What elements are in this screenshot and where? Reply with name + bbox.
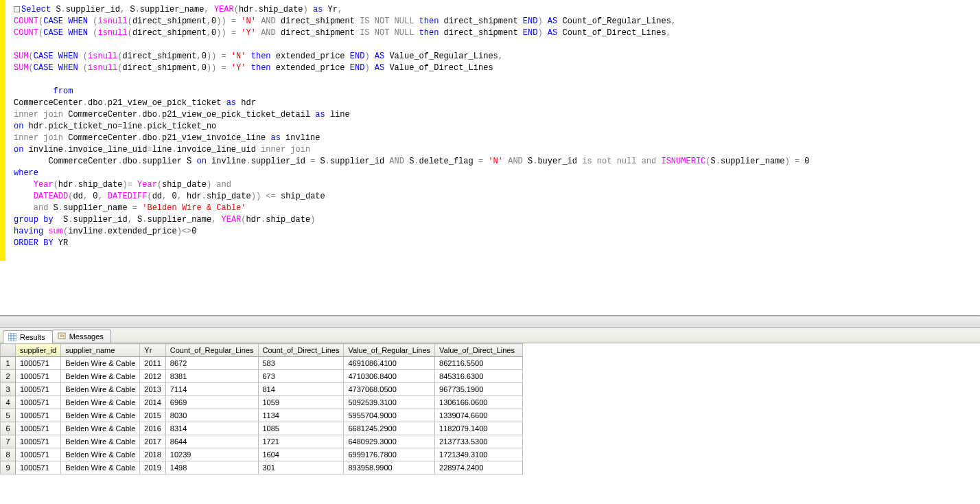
- row-number[interactable]: 6: [1, 422, 16, 435]
- cell[interactable]: 583: [258, 357, 344, 370]
- cell[interactable]: 2014: [140, 396, 165, 409]
- cell[interactable]: 845316.6300: [435, 370, 523, 383]
- cell[interactable]: 4710306.8400: [344, 370, 435, 383]
- cell[interactable]: 1604: [258, 448, 344, 461]
- cell[interactable]: 1000571: [16, 435, 61, 448]
- table-row[interactable]: 91000571Belden Wire & Cable2019149830189…: [1, 461, 523, 474]
- cell[interactable]: Belden Wire & Cable: [61, 383, 140, 396]
- cell[interactable]: Belden Wire & Cable: [61, 357, 140, 370]
- cell[interactable]: 673: [258, 370, 344, 383]
- cell[interactable]: 5092539.3100: [344, 396, 435, 409]
- cell[interactable]: 301: [258, 461, 344, 474]
- cell[interactable]: 6681245.2900: [344, 422, 435, 435]
- row-number[interactable]: 4: [1, 396, 16, 409]
- row-number[interactable]: 2: [1, 370, 16, 383]
- cell[interactable]: 2013: [140, 383, 165, 396]
- tab-results-label: Results: [20, 333, 45, 341]
- cell[interactable]: Belden Wire & Cable: [61, 409, 140, 422]
- cell[interactable]: 2137733.5300: [435, 435, 523, 448]
- cell[interactable]: 1134: [258, 409, 344, 422]
- row-number[interactable]: 1: [1, 357, 16, 370]
- row-number[interactable]: 3: [1, 383, 16, 396]
- cell[interactable]: 1000571: [16, 370, 61, 383]
- corner-cell[interactable]: [1, 344, 16, 357]
- sql-editor[interactable]: -Select S.supplier_id, S.supplier_name, …: [0, 0, 980, 316]
- row-number[interactable]: 7: [1, 435, 16, 448]
- col-header[interactable]: Yr: [140, 344, 165, 357]
- cell[interactable]: Belden Wire & Cable: [61, 396, 140, 409]
- table-row[interactable]: 31000571Belden Wire & Cable2013711481447…: [1, 383, 523, 396]
- cell[interactable]: 862116.5500: [435, 357, 523, 370]
- col-header[interactable]: Value_of_Direct_Lines: [435, 344, 523, 357]
- cell[interactable]: 1000571: [16, 409, 61, 422]
- cell[interactable]: 1339074.6600: [435, 409, 523, 422]
- cell[interactable]: 967735.1900: [435, 383, 523, 396]
- cell[interactable]: 6969: [165, 396, 258, 409]
- cell[interactable]: 1000571: [16, 383, 61, 396]
- cell[interactable]: 1059: [258, 396, 344, 409]
- table-row[interactable]: 11000571Belden Wire & Cable2011867258346…: [1, 357, 523, 370]
- cell[interactable]: 1000571: [16, 422, 61, 435]
- collapse-toggle[interactable]: -: [14, 6, 20, 12]
- cell[interactable]: 1182079.1400: [435, 422, 523, 435]
- cell[interactable]: 2018: [140, 448, 165, 461]
- col-header[interactable]: Value_of_Regular_Lines: [344, 344, 435, 357]
- cell[interactable]: 1000571: [16, 396, 61, 409]
- cell[interactable]: 7114: [165, 383, 258, 396]
- cell[interactable]: 2019: [140, 461, 165, 474]
- cell[interactable]: 1000571: [16, 448, 61, 461]
- row-number[interactable]: 8: [1, 448, 16, 461]
- cell[interactable]: 1000571: [16, 357, 61, 370]
- cell[interactable]: 1085: [258, 422, 344, 435]
- tab-messages-label: Messages: [69, 332, 104, 341]
- cell[interactable]: Belden Wire & Cable: [61, 435, 140, 448]
- code-area[interactable]: -Select S.supplier_id, S.supplier_name, …: [0, 0, 980, 253]
- cell[interactable]: 1498: [165, 461, 258, 474]
- table-row[interactable]: 71000571Belden Wire & Cable2017864417216…: [1, 435, 523, 448]
- table-row[interactable]: 61000571Belden Wire & Cable2016831410856…: [1, 422, 523, 435]
- cell[interactable]: Belden Wire & Cable: [61, 370, 140, 383]
- cell[interactable]: 8381: [165, 370, 258, 383]
- cell[interactable]: 5955704.9000: [344, 409, 435, 422]
- cell[interactable]: 2016: [140, 422, 165, 435]
- col-header[interactable]: Count_of_Direct_Lines: [258, 344, 344, 357]
- table-row[interactable]: 51000571Belden Wire & Cable2015803011345…: [1, 409, 523, 422]
- cell[interactable]: 2012: [140, 370, 165, 383]
- horizontal-scrollbar[interactable]: [0, 316, 980, 328]
- results-grid[interactable]: supplier_idsupplier_nameYrCount_of_Regul…: [0, 343, 980, 474]
- svg-rect-0: [8, 333, 16, 341]
- messages-icon: [57, 332, 67, 341]
- cell[interactable]: Belden Wire & Cable: [61, 448, 140, 461]
- cell[interactable]: 1000571: [16, 461, 61, 474]
- cell[interactable]: 8314: [165, 422, 258, 435]
- cell[interactable]: 1721: [258, 435, 344, 448]
- cell[interactable]: 1306166.0600: [435, 396, 523, 409]
- cell[interactable]: 228974.2400: [435, 461, 523, 474]
- cell[interactable]: Belden Wire & Cable: [61, 422, 140, 435]
- tab-results[interactable]: Results: [3, 330, 53, 343]
- cell[interactable]: 8030: [165, 409, 258, 422]
- cell[interactable]: 814: [258, 383, 344, 396]
- tab-messages[interactable]: Messages: [52, 330, 111, 343]
- row-number[interactable]: 9: [1, 461, 16, 474]
- cell[interactable]: Belden Wire & Cable: [61, 461, 140, 474]
- cell[interactable]: 8672: [165, 357, 258, 370]
- cell[interactable]: 2011: [140, 357, 165, 370]
- table-row[interactable]: 81000571Belden Wire & Cable2018102391604…: [1, 448, 523, 461]
- col-header[interactable]: supplier_name: [61, 344, 140, 357]
- cell[interactable]: 8644: [165, 435, 258, 448]
- cell[interactable]: 6480929.3000: [344, 435, 435, 448]
- col-header[interactable]: Count_of_Regular_Lines: [165, 344, 258, 357]
- cell[interactable]: 4737068.0500: [344, 383, 435, 396]
- table-row[interactable]: 41000571Belden Wire & Cable2014696910595…: [1, 396, 523, 409]
- cell[interactable]: 2015: [140, 409, 165, 422]
- col-header[interactable]: supplier_id: [16, 344, 61, 357]
- cell[interactable]: 1721349.3100: [435, 448, 523, 461]
- cell[interactable]: 2017: [140, 435, 165, 448]
- row-number[interactable]: 5: [1, 409, 16, 422]
- cell[interactable]: 893958.9900: [344, 461, 435, 474]
- table-row[interactable]: 21000571Belden Wire & Cable2012838167347…: [1, 370, 523, 383]
- cell[interactable]: 10239: [165, 448, 258, 461]
- cell[interactable]: 4691086.4100: [344, 357, 435, 370]
- cell[interactable]: 6999176.7800: [344, 448, 435, 461]
